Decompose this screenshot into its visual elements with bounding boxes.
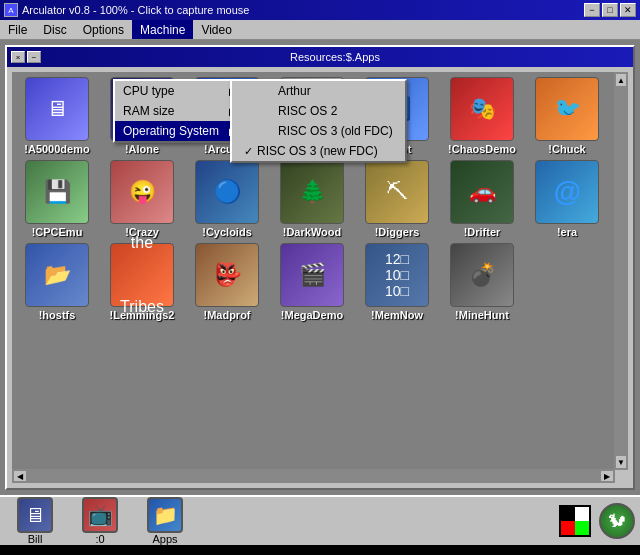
inner-window-title: × − Resources:$.Apps <box>7 47 633 67</box>
horizontal-scrollbar[interactable]: ◀ ▶ <box>12 469 615 483</box>
minimize-button[interactable]: − <box>584 3 600 17</box>
menu-disc[interactable]: Disc <box>35 20 74 39</box>
menu-file[interactable]: File <box>0 20 35 39</box>
os-arthur[interactable]: Arthur <box>232 81 405 101</box>
app-chaosdemo[interactable]: 🎭 !ChaosDemo <box>442 77 522 155</box>
menu-options[interactable]: Options <box>75 20 132 39</box>
palette-black[interactable] <box>561 507 575 521</box>
taskbar-zero-label: :0 <box>95 533 104 545</box>
taskbar: 🖥 Bill 📺 :0 📁 Apps 🐿 <box>0 495 640 545</box>
app-lemmings[interactable]: theTribes !Lemmings2 <box>102 243 182 321</box>
title-bar-left: A Arculator v0.8 - 100% - Click to captu… <box>4 3 249 17</box>
app-diggers[interactable]: ⛏ !Diggers <box>357 160 437 238</box>
palette-red[interactable] <box>561 521 575 535</box>
app-cpcemu[interactable]: 💾 !CPCEmu <box>17 160 97 238</box>
inner-title-buttons-left: × − <box>11 51 41 63</box>
os-risc2[interactable]: RISC OS 2 <box>232 101 405 121</box>
app-a5000demo[interactable]: 🖥 !A5000demo <box>17 77 97 155</box>
app-hostfs[interactable]: 📂 !hostfs <box>17 243 97 321</box>
menu-video[interactable]: Video <box>193 20 239 39</box>
app-cycloids[interactable]: 🔵 !Cycloids <box>187 160 267 238</box>
app-drifter[interactable]: 🚗 !Drifter <box>442 160 522 238</box>
window-title: Arculator v0.8 - 100% - Click to capture… <box>22 4 249 16</box>
app-icon: A <box>4 3 18 17</box>
menu-machine[interactable]: Machine <box>132 20 193 39</box>
app-chuck[interactable]: 🐦 !Chuck <box>527 77 607 155</box>
taskbar-acorn-icon[interactable]: 🐿 <box>599 503 635 539</box>
palette-white[interactable] <box>575 507 589 521</box>
taskbar-apps-label: Apps <box>152 533 177 545</box>
taskbar-bill-label: Bill <box>28 533 43 545</box>
app-minehunt[interactable]: 💣 !MineHunt <box>442 243 522 321</box>
h-scroll-track <box>27 470 600 482</box>
app-era[interactable]: @ !era <box>527 160 607 238</box>
maximize-button[interactable]: □ <box>602 3 618 17</box>
os-risc3-old[interactable]: RISC OS 3 (old FDC) <box>232 121 405 141</box>
app-darkwood[interactable]: 🌲 !DarkWood <box>272 160 352 238</box>
taskbar-zero[interactable]: 📺 :0 <box>70 497 130 545</box>
inner-window-path: Resources:$.Apps <box>41 51 629 63</box>
taskbar-right: 🐿 <box>559 503 635 539</box>
inner-min-button[interactable]: − <box>27 51 41 63</box>
taskbar-items: 🖥 Bill 📺 :0 📁 Apps <box>5 497 195 545</box>
title-bar: A Arculator v0.8 - 100% - Click to captu… <box>0 0 640 20</box>
menu-bar: File Disc Options Machine Video <box>0 20 640 40</box>
color-palette[interactable] <box>559 505 591 537</box>
close-button[interactable]: ✕ <box>620 3 636 17</box>
title-bar-buttons: − □ ✕ <box>584 3 636 17</box>
app-memnow[interactable]: 12□10□10□ !MemNow <box>357 243 437 321</box>
os-submenu: Arthur RISC OS 2 RISC OS 3 (old FDC) RIS… <box>230 79 407 163</box>
app-megademo[interactable]: 🎬 !MegaDemo <box>272 243 352 321</box>
main-area: × − Resources:$.Apps 🖥 !A5000demo 🌙 !Alo… <box>0 40 640 495</box>
scroll-right-button[interactable]: ▶ <box>600 470 614 482</box>
scroll-left-button[interactable]: ◀ <box>13 470 27 482</box>
scroll-up-button[interactable]: ▲ <box>615 73 627 87</box>
os-risc3-new[interactable]: RISC OS 3 (new FDC) <box>232 141 405 161</box>
app-madprof[interactable]: 👺 !Madprof <box>187 243 267 321</box>
taskbar-bill[interactable]: 🖥 Bill <box>5 497 65 545</box>
inner-close-button[interactable]: × <box>11 51 25 63</box>
palette-green[interactable] <box>575 521 589 535</box>
taskbar-apps[interactable]: 📁 Apps <box>135 497 195 545</box>
vertical-scrollbar[interactable]: ▲ ▼ <box>614 72 628 470</box>
scroll-track <box>615 87 627 455</box>
scroll-down-button[interactable]: ▼ <box>615 455 627 469</box>
